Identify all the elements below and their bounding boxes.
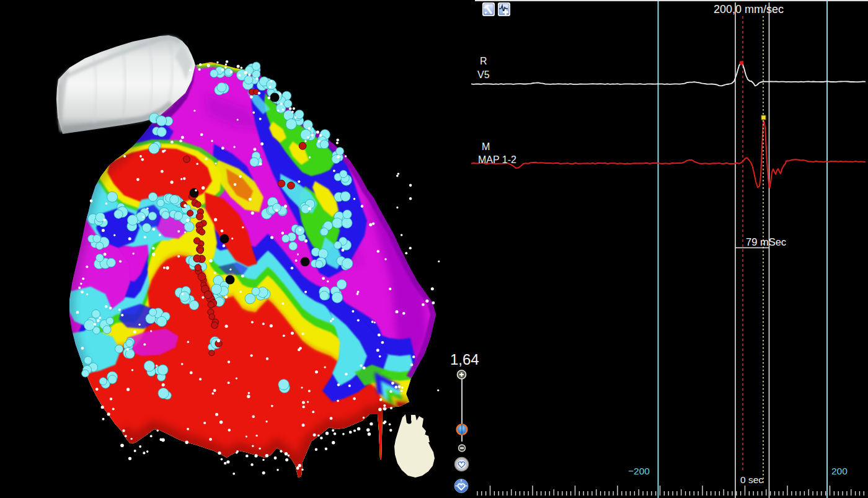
svg-text:V5: V5 bbox=[477, 69, 490, 80]
svg-text:200,0 mm/sec: 200,0 mm/sec bbox=[714, 3, 784, 16]
svg-text:M: M bbox=[482, 141, 490, 152]
svg-text:0 sec: 0 sec bbox=[740, 474, 763, 485]
svg-text:200: 200 bbox=[831, 466, 848, 476]
svg-text:R: R bbox=[480, 56, 487, 66]
svg-text:1,64: 1,64 bbox=[450, 351, 479, 368]
svg-text:−200: −200 bbox=[628, 466, 650, 476]
svg-text:MAP 1-2: MAP 1-2 bbox=[478, 154, 516, 165]
svg-text:79 mSec: 79 mSec bbox=[746, 236, 786, 247]
